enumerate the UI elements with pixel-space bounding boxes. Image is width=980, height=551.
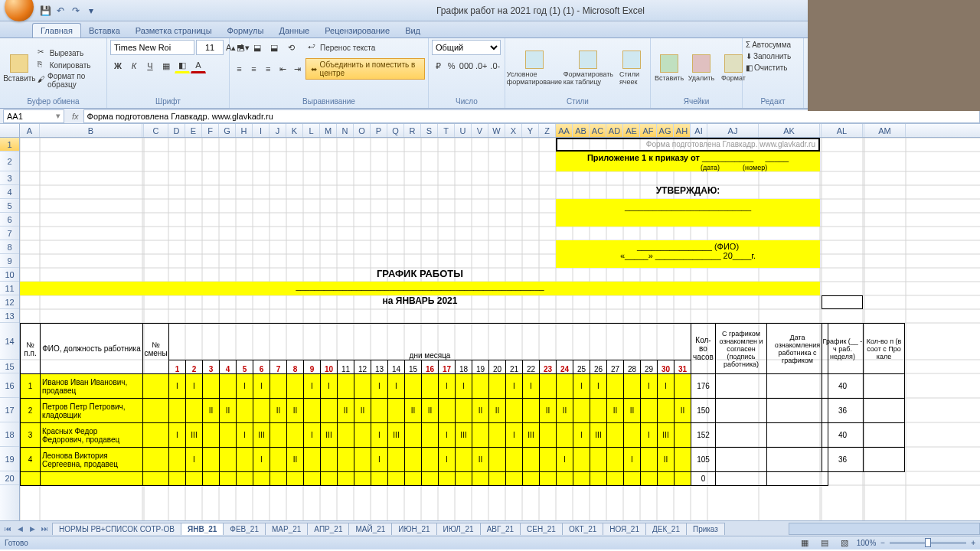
last-sheet-icon[interactable]: ⏭ [38,523,51,535]
view-normal-icon[interactable]: ▦ [797,536,812,551]
horizontal-scrollbar[interactable] [789,523,980,535]
sheet-tab[interactable]: Приказ [686,523,725,535]
row-header[interactable]: 18 [0,422,19,447]
percent-icon[interactable]: % [445,58,457,73]
col-header[interactable]: A [20,124,40,137]
row-header[interactable]: 5 [0,199,19,213]
col-header[interactable]: P [371,124,387,137]
name-box[interactable]: AA1▾ [3,109,64,123]
col-header[interactable]: K [286,124,303,137]
align-top-icon[interactable]: ⬒ [233,40,248,55]
fx-icon[interactable]: fx [67,112,83,121]
col-header[interactable]: N [337,124,354,137]
col-header[interactable]: B [40,124,142,137]
number-format-select[interactable]: Общий [432,40,501,55]
insert-cells-button[interactable]: Вставить [654,53,684,83]
row-header[interactable]: 8 [0,240,19,254]
tab-data[interactable]: Данные [271,24,317,37]
underline-button[interactable]: Ч [142,58,158,73]
cond-format-button[interactable]: Условное форматирование [508,49,560,87]
col-header[interactable]: W [488,124,505,137]
tab-view[interactable]: Вид [397,24,428,37]
sheet-tab[interactable]: ИЮН_21 [391,523,436,535]
align-bottom-icon[interactable]: ⬓ [266,40,282,55]
sheet-tab[interactable]: ИЮЛ_21 [436,523,481,535]
sheet-tab[interactable]: АПР_21 [307,523,349,535]
col-header[interactable]: F [202,124,219,137]
sheet-tab[interactable]: МАЙ_21 [348,523,392,535]
col-header[interactable]: Z [539,124,556,137]
font-color-button[interactable]: A [191,58,206,73]
sheet-tab[interactable]: ФЕВ_21 [223,523,266,535]
row-header[interactable]: 15 [0,360,19,373]
tab-insert[interactable]: Вставка [81,24,128,37]
format-painter-button[interactable]: 🖌Формат по образцу [38,71,103,90]
sheet-tab[interactable]: ОКТ_21 [562,523,603,535]
col-header[interactable]: AL [822,124,863,137]
currency-icon[interactable]: ₽ [432,58,444,73]
orientation-icon[interactable]: ⟲ [283,40,299,55]
col-header[interactable]: AM [864,124,906,137]
prev-sheet-icon[interactable]: ◀ [14,523,26,535]
row-header[interactable]: 20 [0,471,19,485]
align-center-icon[interactable]: ≡ [247,61,260,77]
sheet-tab[interactable]: СЕН_21 [520,523,563,535]
row-header[interactable]: 4 [0,185,19,199]
zoom-in-icon[interactable]: + [971,539,975,547]
col-header[interactable]: AI [691,124,707,137]
row-header[interactable]: 14 [0,323,19,360]
row-header[interactable]: 17 [0,398,19,422]
col-header[interactable]: X [505,124,522,137]
col-header[interactable]: H [236,124,253,137]
delete-cells-button[interactable]: Удалить [686,53,717,83]
row-header[interactable]: 11 [0,282,19,295]
col-header[interactable]: O [354,124,371,137]
col-header[interactable]: AF [640,124,657,137]
next-sheet-icon[interactable]: ▶ [26,523,38,535]
row-header[interactable]: 19 [0,447,19,471]
col-header[interactable]: AG [657,124,674,137]
save-icon[interactable]: 💾 [38,4,52,18]
col-header[interactable]: AD [606,124,623,137]
col-header[interactable]: L [303,124,320,137]
redo-icon[interactable]: ↷ [69,4,83,18]
sheet-tab[interactable]: НОЯ_21 [603,523,646,535]
col-header[interactable]: U [455,124,472,137]
col-header[interactable]: Y [522,124,539,137]
col-header[interactable]: E [185,124,202,137]
row-header[interactable]: 3 [0,171,19,185]
fill-color-button[interactable]: ◧ [175,58,190,73]
col-header[interactable]: Q [387,124,404,137]
row-header[interactable]: 13 [0,309,19,323]
border-button[interactable]: ▦ [158,58,174,73]
row-header[interactable]: 16 [0,373,19,398]
bold-button[interactable]: Ж [110,58,126,73]
formula-input[interactable]: Форма подготовлена Главкадр. www.glavkad… [83,109,980,123]
col-header[interactable]: AJ [707,124,759,137]
row-header[interactable]: 1 [0,138,19,152]
col-header[interactable]: AK [759,124,820,137]
sheet-tab[interactable]: МАР_21 [265,523,308,535]
first-sheet-icon[interactable]: ⏮ [2,523,14,535]
select-all-corner[interactable] [0,124,20,137]
col-header[interactable]: AA [556,124,573,137]
row-header[interactable]: 12 [0,295,19,309]
view-break-icon[interactable]: ▧ [837,536,852,551]
sheet-tab[interactable]: ЯНВ_21 [181,523,224,535]
row-header[interactable]: 9 [0,254,19,268]
align-middle-icon[interactable]: ⬓ [250,40,265,55]
row-header[interactable]: 2 [0,152,19,171]
sheet-tab[interactable]: АВГ_21 [480,523,521,535]
cells-area[interactable]: Форма подготовлена Главкадр. www.glavkad… [20,138,980,520]
col-header[interactable]: AH [674,124,691,137]
indent-inc-icon[interactable]: ⇥ [291,61,304,77]
clear-button[interactable]: ◧ Очистить [746,63,800,73]
copy-button[interactable]: ⎘Копировать [38,59,103,71]
view-layout-icon[interactable]: ▤ [817,536,832,551]
inc-decimal-icon[interactable]: .0+ [475,58,488,73]
font-size-select[interactable] [196,40,224,55]
indent-dec-icon[interactable]: ⇤ [276,61,289,77]
tab-layout[interactable]: Разметка страницы [128,24,220,37]
col-header[interactable]: C [144,124,168,137]
office-button[interactable] [5,0,34,21]
